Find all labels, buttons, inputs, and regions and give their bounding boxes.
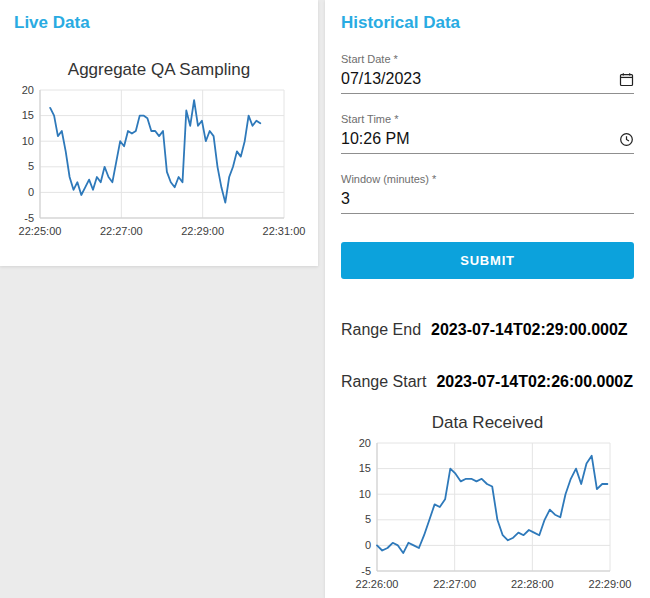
svg-text:15: 15 xyxy=(359,462,371,474)
svg-text:22:27:00: 22:27:00 xyxy=(433,578,476,590)
start-date-input[interactable] xyxy=(341,68,618,90)
historical-data-panel: Historical Data Start Date * Start Time … xyxy=(325,0,650,598)
calendar-icon[interactable] xyxy=(618,71,634,87)
range-end-row: Range End 2023-07-14T02:29:00.000Z xyxy=(341,321,634,339)
svg-text:0: 0 xyxy=(365,539,371,551)
svg-text:22:29:00: 22:29:00 xyxy=(181,225,224,237)
svg-text:10: 10 xyxy=(22,135,34,147)
svg-text:22:31:00: 22:31:00 xyxy=(263,225,306,237)
range-start-row: Range Start 2023-07-14T02:26:00.000Z xyxy=(341,373,634,391)
range-end-value: 2023-07-14T02:29:00.000Z xyxy=(431,321,628,339)
svg-text:10: 10 xyxy=(359,488,371,500)
start-date-label: Start Date * xyxy=(341,52,634,66)
start-date-field: Start Date * xyxy=(341,52,634,94)
window-minutes-field: Window (minutes) * xyxy=(341,172,634,214)
svg-text:15: 15 xyxy=(22,109,34,121)
range-start-value: 2023-07-14T02:26:00.000Z xyxy=(436,373,633,391)
svg-text:22:26:00: 22:26:00 xyxy=(356,578,399,590)
live-chart-plot: -50510152022:25:0022:27:0022:29:0022:31:… xyxy=(6,82,312,254)
data-received-chart-plot: -50510152022:26:0022:27:0022:28:0022:29:… xyxy=(341,435,634,598)
range-start-label: Range Start xyxy=(341,373,426,391)
data-received-chart-title: Data Received xyxy=(341,413,634,433)
svg-text:-5: -5 xyxy=(24,212,34,224)
data-received-chart: Data Received -50510152022:26:0022:27:00… xyxy=(341,413,634,598)
historical-data-title: Historical Data xyxy=(341,12,634,34)
start-time-field: Start Time * xyxy=(341,112,634,154)
svg-text:0: 0 xyxy=(28,186,34,198)
clock-icon[interactable] xyxy=(618,131,634,147)
start-time-input[interactable] xyxy=(341,128,618,150)
start-time-label: Start Time * xyxy=(341,112,634,126)
start-time-input-row xyxy=(341,128,634,154)
svg-text:22:29:00: 22:29:00 xyxy=(589,578,632,590)
window-minutes-input-row xyxy=(341,188,634,214)
svg-text:22:25:00: 22:25:00 xyxy=(19,225,62,237)
start-date-input-row xyxy=(341,68,634,94)
svg-text:5: 5 xyxy=(365,513,371,525)
live-data-title: Live Data xyxy=(14,12,312,34)
svg-text:20: 20 xyxy=(359,437,371,449)
window-minutes-label: Window (minutes) * xyxy=(341,172,634,186)
svg-text:20: 20 xyxy=(22,84,34,96)
live-chart-title: Aggregate QA Sampling xyxy=(6,60,312,80)
svg-text:5: 5 xyxy=(28,160,34,172)
live-data-panel: Live Data Aggregate QA Sampling -5051015… xyxy=(0,0,318,266)
submit-button[interactable]: SUBMIT xyxy=(341,242,634,279)
range-end-label: Range End xyxy=(341,321,421,339)
svg-text:22:28:00: 22:28:00 xyxy=(511,578,554,590)
window-minutes-input[interactable] xyxy=(341,188,634,210)
live-chart: Aggregate QA Sampling -50510152022:25:00… xyxy=(6,60,312,258)
svg-text:22:27:00: 22:27:00 xyxy=(100,225,143,237)
svg-text:-5: -5 xyxy=(361,565,371,577)
